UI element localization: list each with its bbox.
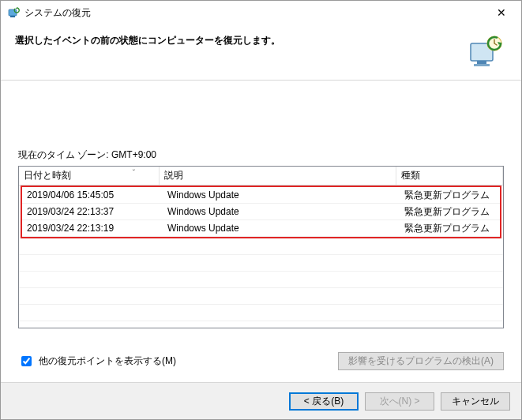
table-header: 日付と時刻 ˇ 説明 種類	[19, 167, 503, 186]
table-row[interactable]: 2019/04/06 15:45:05 Windows Update 緊急更新プ…	[22, 187, 500, 204]
table-body: 2019/04/06 15:45:05 Windows Update 緊急更新プ…	[22, 187, 500, 237]
cell-date: 2019/03/24 22:13:37	[22, 206, 163, 217]
header-bar: 選択したイベントの前の状態にコンピューターを復元します。	[1, 24, 521, 81]
table-row-empty	[19, 272, 503, 288]
back-button[interactable]: < 戻る(B)	[289, 392, 359, 411]
footer-buttons: < 戻る(B) 次へ(N) > キャンセル	[1, 382, 521, 419]
cell-type: 緊急更新プログラム	[400, 222, 500, 235]
table-row[interactable]: 2019/03/24 22:13:37 Windows Update 緊急更新プ…	[22, 204, 500, 220]
system-restore-icon	[7, 6, 20, 19]
close-button[interactable]: ✕	[485, 2, 518, 24]
page-headline: 選択したイベントの前の状態にコンピューターを復元します。	[15, 32, 466, 47]
titlebar: システムの復元 ✕	[1, 1, 521, 24]
column-header-type-label: 種類	[401, 169, 420, 182]
main-content: 現在のタイム ゾーン: GMT+9:00 日付と時刻 ˇ 説明 種類 2019/…	[1, 81, 521, 328]
svg-rect-3	[477, 61, 486, 64]
cell-desc: Windows Update	[163, 189, 400, 201]
cell-desc: Windows Update	[163, 206, 400, 217]
table-empty-rows	[19, 238, 503, 321]
column-header-date[interactable]: 日付と時刻 ˇ	[19, 167, 160, 185]
scan-affected-programs-button[interactable]: 影響を受けるプログラムの検出(A)	[338, 352, 504, 370]
next-button[interactable]: 次へ(N) >	[365, 392, 434, 411]
sort-indicator-icon: ˇ	[133, 169, 135, 178]
cell-date: 2019/04/06 15:45:05	[22, 189, 163, 201]
cell-desc: Windows Update	[163, 223, 400, 234]
cancel-button[interactable]: キャンセル	[441, 392, 510, 411]
table-row-empty	[19, 255, 503, 272]
show-more-restore-points-text: 他の復元ポイントを表示する(M)	[39, 354, 176, 368]
table-row-empty	[19, 288, 503, 305]
column-header-description[interactable]: 説明	[160, 167, 396, 185]
window-title: システムの復元	[24, 6, 485, 20]
system-restore-large-icon	[466, 32, 504, 70]
svg-rect-4	[474, 64, 490, 66]
table-row[interactable]: 2019/03/24 22:13:19 Windows Update 緊急更新プ…	[22, 220, 500, 237]
show-more-restore-points-checkbox[interactable]	[21, 356, 32, 366]
column-header-date-label: 日付と時刻	[24, 169, 71, 182]
show-more-restore-points-label[interactable]: 他の復元ポイントを表示する(M)	[18, 354, 176, 369]
close-icon: ✕	[497, 6, 506, 19]
cell-date: 2019/03/24 22:13:19	[22, 223, 163, 234]
cell-type: 緊急更新プログラム	[400, 205, 500, 219]
table-row-empty	[19, 305, 503, 321]
column-header-description-label: 説明	[164, 169, 183, 182]
timezone-label: 現在のタイム ゾーン: GMT+9:00	[18, 148, 504, 162]
options-row: 他の復元ポイントを表示する(M) 影響を受けるプログラムの検出(A)	[1, 328, 521, 370]
table-row-empty	[19, 238, 503, 255]
cell-type: 緊急更新プログラム	[400, 189, 500, 202]
highlighted-rows: 2019/04/06 15:45:05 Windows Update 緊急更新プ…	[21, 186, 501, 238]
column-header-type[interactable]: 種類	[396, 167, 503, 185]
svg-rect-1	[10, 16, 15, 17]
restore-points-table[interactable]: 日付と時刻 ˇ 説明 種類 2019/04/06 15:45:05 Window…	[18, 166, 504, 328]
